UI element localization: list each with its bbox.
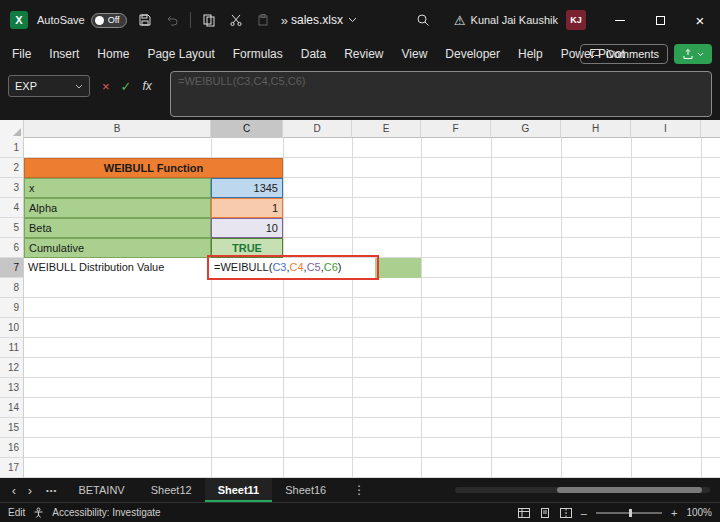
sheet-options-icon[interactable]: ⋮ <box>353 483 365 497</box>
sheet-nav-left-icon[interactable]: ‹ <box>6 483 22 498</box>
insert-function-icon[interactable]: fx <box>143 79 152 93</box>
column-header-f[interactable]: F <box>421 120 491 138</box>
sheet-tab-sheet12[interactable]: Sheet12 <box>138 478 205 502</box>
excel-window: X AutoSave Off <box>0 0 720 522</box>
page-layout-view-icon[interactable] <box>539 508 551 518</box>
autosave-label: AutoSave <box>37 14 85 26</box>
zoom-in-icon[interactable]: + <box>671 507 677 519</box>
column-header-c[interactable]: C <box>211 120 283 138</box>
tab-view[interactable]: View <box>393 40 437 68</box>
warning-icon[interactable]: ⚠ <box>454 13 466 28</box>
cell-b2-title[interactable]: WEIBULL Function <box>24 158 283 178</box>
row-header-5[interactable]: 5 <box>0 218 23 238</box>
status-bar: Edit Accessibility: Investigate – + 100% <box>0 502 720 522</box>
row-header-4[interactable]: 4 <box>0 198 23 218</box>
sheet-nav-right-icon[interactable]: › <box>22 483 38 498</box>
sheet-tab-betainv[interactable]: BETAINV <box>65 478 137 502</box>
excel-logo-icon: X <box>10 11 28 29</box>
tab-data[interactable]: Data <box>292 40 335 68</box>
cell-b3-label[interactable]: x <box>24 178 211 198</box>
cancel-icon[interactable]: × <box>102 79 110 94</box>
tab-review[interactable]: Review <box>335 40 392 68</box>
share-button[interactable] <box>674 44 712 64</box>
accessibility-status[interactable]: Accessibility: Investigate <box>52 507 160 518</box>
column-header-d[interactable]: D <box>283 120 352 138</box>
save-icon[interactable] <box>136 11 154 29</box>
name-box[interactable]: EXP <box>8 75 90 97</box>
zoom-out-icon[interactable]: – <box>581 507 587 519</box>
row-header-6[interactable]: 6 <box>0 238 23 258</box>
row-header-7[interactable]: 7 <box>0 258 23 278</box>
row-header-10[interactable]: 10 <box>0 318 23 338</box>
zoom-slider-thumb[interactable] <box>629 509 632 517</box>
row-header-1[interactable]: 1 <box>0 138 23 158</box>
autosave-toggle[interactable]: AutoSave Off <box>37 13 127 28</box>
sheet-tab-sheet16[interactable]: Sheet16 <box>272 478 339 502</box>
tab-file[interactable]: File <box>0 40 40 68</box>
normal-view-icon[interactable] <box>518 508 530 518</box>
tab-insert[interactable]: Insert <box>40 40 88 68</box>
accessibility-icon[interactable] <box>33 507 44 518</box>
cell-b4-label[interactable]: Alpha <box>24 198 211 218</box>
chevron-down-icon <box>75 84 83 89</box>
user-name[interactable]: Kunal Jai Kaushik <box>471 14 558 26</box>
cell-b5-label[interactable]: Beta <box>24 218 211 238</box>
page-break-view-icon[interactable] <box>560 508 572 518</box>
minimize-button[interactable] <box>600 0 640 40</box>
cell-c5-value[interactable]: 10 <box>211 218 283 238</box>
formula-input[interactable]: =WEIBULL(C3,C4,C5,C6) <box>170 71 712 117</box>
row-header-12[interactable]: 12 <box>0 358 23 378</box>
comments-label: Comments <box>606 48 659 60</box>
paste-icon[interactable] <box>254 11 272 29</box>
maximize-button[interactable] <box>640 0 680 40</box>
tab-page-layout[interactable]: Page Layout <box>138 40 223 68</box>
row-header-16[interactable]: 16 <box>0 438 23 458</box>
row-header-9[interactable]: 9 <box>0 298 23 318</box>
horizontal-scrollbar[interactable] <box>455 487 710 493</box>
document-title[interactable]: sales.xlsx <box>291 0 357 40</box>
column-header-b[interactable]: B <box>24 120 211 138</box>
row-header-2[interactable]: 2 <box>0 158 23 178</box>
close-button[interactable]: × <box>680 0 720 40</box>
formula-text: =WEIBULL(C3,C4,C5,C6) <box>178 75 305 87</box>
tab-home[interactable]: Home <box>88 40 138 68</box>
zoom-level[interactable]: 100% <box>686 507 712 518</box>
row-header-13[interactable]: 13 <box>0 378 23 398</box>
row-header-17[interactable]: 17 <box>0 458 23 478</box>
filename: sales.xlsx <box>291 13 343 27</box>
column-header-g[interactable]: G <box>491 120 561 138</box>
chevron-down-icon <box>348 17 357 23</box>
row-header-14[interactable]: 14 <box>0 398 23 418</box>
column-header-i[interactable]: I <box>631 120 701 138</box>
cell-c3-value[interactable]: 1345 <box>211 178 283 198</box>
tab-help[interactable]: Help <box>509 40 552 68</box>
copy-icon[interactable] <box>200 11 218 29</box>
scrollbar-thumb[interactable] <box>557 487 702 493</box>
comments-button[interactable]: Comments <box>580 44 668 64</box>
cell-b7-label[interactable]: WEIBULL Distribution Value <box>24 258 211 278</box>
autosave-switch-icon[interactable]: Off <box>91 13 127 28</box>
sheet-list-icon[interactable]: ••• <box>46 486 57 495</box>
more-commands-icon[interactable]: » <box>281 13 288 28</box>
cut-icon[interactable] <box>227 11 245 29</box>
row-header-8[interactable]: 8 <box>0 278 23 298</box>
cell-b6-label[interactable]: Cumulative <box>24 238 211 258</box>
enter-icon[interactable]: ✓ <box>121 79 132 94</box>
tab-formulas[interactable]: Formulas <box>224 40 292 68</box>
tab-developer[interactable]: Developer <box>436 40 509 68</box>
column-header-h[interactable]: H <box>561 120 631 138</box>
search-icon[interactable] <box>414 11 432 29</box>
row-header-3[interactable]: 3 <box>0 178 23 198</box>
row-header-11[interactable]: 11 <box>0 338 23 358</box>
cell-area[interactable]: WEIBULL Function x Alpha Beta Cumulative… <box>24 138 720 478</box>
sheet-tab-sheet11[interactable]: Sheet11 <box>205 478 273 502</box>
row-header-15[interactable]: 15 <box>0 418 23 438</box>
zoom-slider[interactable] <box>596 512 662 514</box>
undo-icon[interactable] <box>163 11 181 29</box>
cell-c4-value[interactable]: 1 <box>211 198 283 218</box>
select-all-corner[interactable] <box>0 120 24 138</box>
title-bar: X AutoSave Off <box>0 0 720 40</box>
cell-d7-fill[interactable] <box>375 258 421 278</box>
column-header-e[interactable]: E <box>352 120 421 138</box>
avatar[interactable]: KJ <box>566 10 586 30</box>
